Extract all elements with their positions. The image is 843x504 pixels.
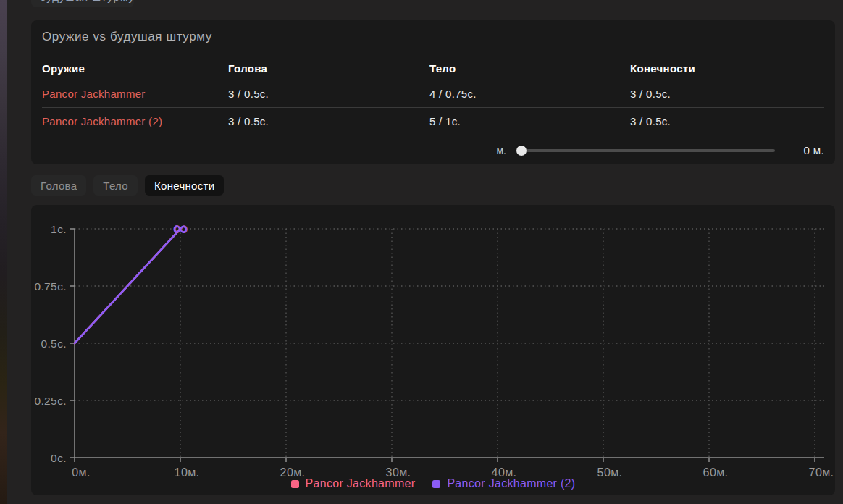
column-header-body: Тело [429,62,630,75]
legend-swatch-icon [291,480,299,488]
slider-thumb[interactable] [516,146,527,156]
slider-unit-label: м. [496,145,506,156]
ttk-chart-panel: 0с.0.25с.0.5с.0.75с.1с.0м.10м.20м.30м.40… [31,205,835,495]
column-header-head: Голова [228,62,429,75]
table-row: Pancor Jackhammer 3 / 0.5с. 4 / 0.75с. 3… [42,80,824,108]
tab-head[interactable]: Голова [31,175,86,196]
y-tick-label: 0.5с. [41,337,67,350]
legend-item[interactable]: Pancor Jackhammer (2) [432,477,575,490]
limbs-stat-cell: 3 / 0.5с. [630,115,824,127]
chart-legend: Pancor JackhammerPancor Jackhammer (2) [31,477,835,490]
column-header-weapon: Оружие [42,62,228,75]
limbs-stat-cell: 3 / 0.5с. [630,88,824,100]
weapon-name-link[interactable]: Pancor Jackhammer (2) [42,115,228,127]
y-tick-label: 0.75с. [34,280,67,293]
clipped-top-control[interactable]: будушая штурму [31,0,134,7]
legend-item[interactable]: Pancor Jackhammer [291,477,416,490]
tab-body[interactable]: Тело [93,175,138,196]
head-stat-cell: 3 / 0.5с. [228,115,429,127]
distance-slider-row: м. 0 м. [42,135,824,165]
tab-limbs[interactable]: Конечности [145,175,224,196]
ttk-chart: 0с.0.25с.0.5с.0.75с.1с.0м.10м.20м.30м.40… [31,205,835,495]
y-tick-label: 0с. [51,452,67,464]
legend-swatch-icon [432,480,440,488]
background-image-strip [0,0,7,504]
infinity-marker: ∞ [173,217,188,240]
body-stat-cell: 5 / 1с. [429,115,630,127]
series-line [75,229,180,343]
weapon-name-link[interactable]: Pancor Jackhammer [42,88,228,100]
column-header-limbs: Конечности [630,62,824,75]
legend-label: Pancor Jackhammer (2) [447,477,575,490]
clipped-top-control-label: будушая штурму [40,0,134,3]
y-tick-label: 1с. [51,223,67,235]
body-stat-cell: 4 / 0.75с. [429,88,630,100]
bodypart-tabs: Голова Тело Конечности [31,175,224,196]
head-stat-cell: 3 / 0.5с. [228,88,429,100]
distance-slider[interactable] [516,149,775,152]
table-header-row: Оружие Голова Тело Конечности [42,56,824,80]
slider-value: 0 м. [798,144,824,156]
table-row: Pancor Jackhammer (2) 3 / 0.5с. 5 / 1с. … [42,108,824,135]
legend-label: Pancor Jackhammer [306,477,416,490]
y-tick-label: 0.25с. [34,395,67,407]
panel-title: Оружие vs будушая штурму [42,26,824,48]
comparison-panel: Оружие vs будушая штурму Оружие Голова Т… [31,20,835,164]
